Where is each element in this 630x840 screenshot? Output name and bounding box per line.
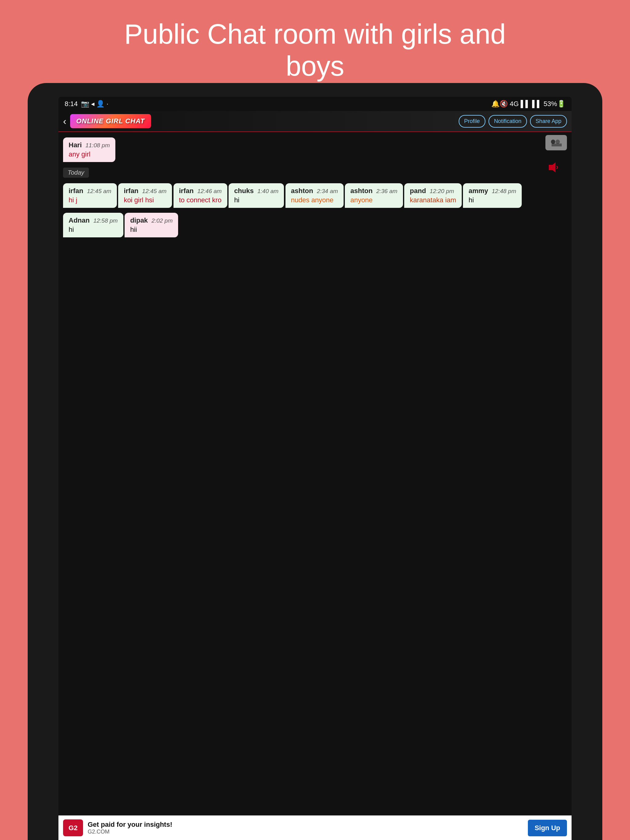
ad-logo: G2 xyxy=(63,819,83,836)
chat-bubble-dipak: dipak 2:02 pm hii xyxy=(125,213,178,237)
chat-area: Hari 11:08 pm any girl Today irfan 12:45… xyxy=(59,132,571,815)
bubble-text: to connect kro xyxy=(179,196,222,204)
bubble-time: 12:46 am xyxy=(197,188,222,195)
bubble-user: Adnan xyxy=(69,216,90,224)
bubble-user: dipak xyxy=(130,216,148,224)
bubble-user: irfan xyxy=(69,187,83,195)
ad-signup-button[interactable]: Sign Up xyxy=(528,820,567,836)
bubble-user: irfan xyxy=(179,187,194,195)
app-logo-text: ONLINE GIRL CHAT xyxy=(76,117,145,125)
ad-title: Get paid for your insights! xyxy=(88,821,523,829)
chat-bubble-chuks: chuks 1:40 am hi xyxy=(229,183,284,208)
bubble-text: hii xyxy=(130,226,173,234)
bubble-user: chuks xyxy=(234,187,254,195)
ad-subtitle: G2.COM xyxy=(88,829,523,835)
bubble-user: irfan xyxy=(123,187,138,195)
app-logo: ONLINE GIRL CHAT xyxy=(70,114,151,128)
profile-button[interactable]: Profile xyxy=(459,115,486,128)
bubble-time: 12:58 pm xyxy=(93,217,117,224)
chat-bubble-hari: Hari 11:08 pm any girl xyxy=(63,137,116,162)
bubble-text: anyone xyxy=(350,196,397,204)
bubble-user: ashton xyxy=(350,187,372,195)
svg-point-0 xyxy=(551,140,555,144)
share-app-button[interactable]: Share App xyxy=(530,115,567,128)
contact-list-icon[interactable] xyxy=(545,135,567,150)
bubble-time: 12:45 am xyxy=(87,188,111,195)
notification-button[interactable]: Notification xyxy=(489,115,527,128)
phone-screen: 8:14 📷 ◂ 👤 · 🔔🔇 4G ▌▌ ▌▌ 53%🔋 ‹ ONLINE G… xyxy=(59,97,571,840)
page-title: Public Chat room with girls and boys xyxy=(0,0,630,91)
bubble-time: 2:02 pm xyxy=(152,217,173,224)
date-divider: Today xyxy=(63,167,89,178)
ad-banner: G2 Get paid for your insights! G2.COM Si… xyxy=(59,815,571,840)
back-button[interactable]: ‹ xyxy=(63,115,66,127)
bubble-time: 11:08 pm xyxy=(85,142,110,149)
chat-bubble-irfan-2: irfan 12:45 am koi girl hsi xyxy=(118,183,172,208)
side-icons xyxy=(545,135,567,175)
bubble-user: ashton xyxy=(291,187,313,195)
bubble-user: Hari xyxy=(69,141,82,149)
bubble-text: hi xyxy=(469,196,516,204)
header-buttons: Profile Notification Share App xyxy=(459,115,567,128)
svg-point-1 xyxy=(556,140,560,144)
status-icons: 📷 ◂ 👤 · xyxy=(81,100,108,108)
bubble-text: koi girl hsi xyxy=(123,196,166,204)
bubble-time: 2:34 am xyxy=(317,188,338,195)
status-bar: 8:14 📷 ◂ 👤 · 🔔🔇 4G ▌▌ ▌▌ 53%🔋 xyxy=(59,97,571,111)
bubble-text: any girl xyxy=(69,150,110,158)
chat-bubble-ashton-2: ashton 2:36 am anyone xyxy=(345,183,403,208)
status-time: 8:14 xyxy=(65,100,78,108)
tablet-frame: 8:14 📷 ◂ 👤 · 🔔🔇 4G ▌▌ ▌▌ 53%🔋 ‹ ONLINE G… xyxy=(28,83,602,840)
chat-bubble-ashton-1: ashton 2:34 am nudes anyone xyxy=(285,183,343,208)
bubble-time: 1:40 am xyxy=(258,188,279,195)
chat-bubble-irfan-3: irfan 12:46 am to connect kro xyxy=(174,183,227,208)
chat-bubble-pand: pand 12:20 pm karanataka iam xyxy=(404,183,461,208)
bubble-time: 2:36 am xyxy=(376,188,397,195)
bubble-user: pand xyxy=(410,187,426,195)
chat-bubble-irfan-1: irfan 12:45 am hi j xyxy=(63,183,117,208)
bubble-text: hi j xyxy=(69,196,111,204)
bubble-text: nudes anyone xyxy=(291,196,338,204)
bubble-text: karanataka iam xyxy=(410,196,456,204)
svg-marker-4 xyxy=(549,163,556,172)
bubble-text: hi xyxy=(69,226,118,234)
chat-bubble-adnan: Adnan 12:58 pm hi xyxy=(63,213,123,237)
chat-bubble-ammy: ammy 12:48 pm hi xyxy=(463,183,522,208)
bubble-text: hi xyxy=(234,196,279,204)
bubble-time: 12:20 pm xyxy=(430,188,454,195)
bubble-user: ammy xyxy=(469,187,488,195)
bubble-time: 12:48 pm xyxy=(492,188,516,195)
app-header: ‹ ONLINE GIRL CHAT Profile Notification … xyxy=(59,111,571,132)
sound-icon[interactable] xyxy=(545,159,561,175)
ad-text-block: Get paid for your insights! G2.COM xyxy=(88,821,523,835)
bubble-time: 12:45 am xyxy=(142,188,166,195)
status-right-info: 🔔🔇 4G ▌▌ ▌▌ 53%🔋 xyxy=(491,100,565,108)
